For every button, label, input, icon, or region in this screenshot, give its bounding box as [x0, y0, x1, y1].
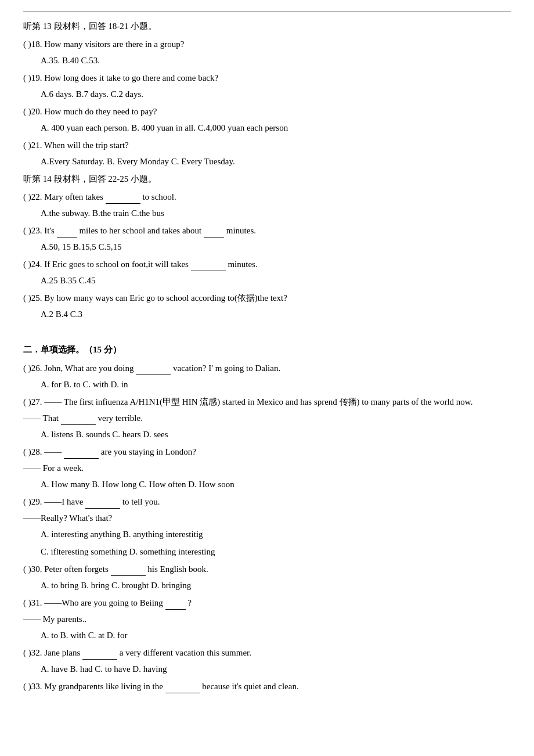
q23-text2: miles to her school and takes about — [79, 226, 201, 235]
q24-text2: minutes. — [228, 260, 257, 269]
q27-number: ( )27. — [23, 397, 42, 406]
q18-options: A.35. B.40 C.53. — [41, 53, 511, 67]
q19-number: ( )19. — [23, 73, 42, 82]
q29-blank — [85, 501, 120, 509]
q23-options: A.50, 15 B.15,5 C.5,15 — [41, 240, 511, 254]
q20-text: How much do they need to pay? — [44, 107, 157, 116]
q27-text2: very terrible. — [98, 413, 142, 423]
question-21: ( )21. When will the trip start? — [23, 138, 511, 152]
question-33: ( )33. My grandparents like living in th… — [23, 679, 511, 693]
q22-text1: Mary often takes — [44, 192, 103, 201]
q27-dash: —— That — [23, 413, 59, 423]
q30-text1: Peter often forgets — [44, 564, 109, 574]
q20-options: A. 400 yuan each person. B. 400 yuan in … — [41, 121, 511, 135]
q26-text1: John, What are you doing — [44, 363, 134, 373]
question-24: ( )24. If Eric goes to school on foot,it… — [23, 257, 511, 271]
q22-number: ( )22. — [23, 192, 42, 201]
q22-options: A.the subway. B.the train C.the bus — [41, 206, 511, 220]
q31-reply: —— My parents.. — [23, 614, 86, 624]
q31-line2: —— My parents.. — [23, 612, 511, 626]
q30-number: ( )30. — [23, 564, 42, 574]
q28-answer: —— For a week. — [23, 463, 84, 473]
q31-options: A. to B. with C. at D. for — [41, 628, 511, 642]
q21-options: A.Every Saturday. B. Every Monday C. Eve… — [41, 154, 511, 168]
q23-blank1 — [57, 229, 77, 237]
q29-number: ( )29. — [23, 497, 42, 506]
q21-number: ( )21. — [23, 141, 42, 150]
q23-text1: It's — [44, 226, 55, 235]
question-32: ( )32. Jane plans a very different vacat… — [23, 646, 511, 660]
q29-options-cd: C. iflteresting something D. something i… — [41, 545, 511, 559]
question-31: ( )31. ——Who are you going to Beiing ? — [23, 596, 511, 610]
q27-blank — [61, 417, 96, 425]
q31-text1: ? — [187, 598, 192, 607]
q21-text: When will the trip start? — [44, 141, 129, 150]
q30-text2: his English book. — [147, 564, 208, 574]
q32-number: ( )32. — [23, 648, 42, 657]
q27-text1: —— The first infiuenza A/H1N1(甲型 HIN 流感)… — [44, 397, 472, 406]
q30-blank — [111, 568, 146, 576]
q32-blank — [82, 651, 117, 660]
q28-number: ( )28. — [23, 447, 42, 456]
q18-number: ( )18. — [23, 39, 42, 49]
q27-options: A. listens B. sounds C. hears D. sees — [41, 427, 511, 441]
q19-text: How long does it take to go there and co… — [44, 73, 218, 82]
q32-text2: a very different vacation this summer. — [120, 648, 251, 657]
q31-number: ( )31. — [23, 598, 42, 607]
q24-number: ( )24. — [23, 260, 42, 269]
question-25: ( )25. By how many ways can Eric go to s… — [23, 291, 511, 305]
question-30: ( )30. Peter often forgets his English b… — [23, 562, 511, 576]
listening-header-13: 听第 13 段材料，回答 18-21 小题。 — [23, 19, 511, 34]
listening-header-14: 听第 14 段材料，回答 22-25 小题。 — [23, 172, 511, 186]
q24-text1: If Eric goes to school on foot,it will t… — [44, 260, 189, 269]
q30-options: A. to bring B. bring C. brought D. bring… — [41, 578, 511, 592]
q33-text2: because it's quiet and clean. — [202, 682, 298, 691]
q32-text1: Jane plans — [44, 648, 80, 657]
q26-blank — [136, 367, 171, 375]
top-divider — [23, 12, 511, 12]
question-28: ( )28. —— are you staying in London? — [23, 445, 511, 459]
q20-number: ( )20. — [23, 107, 42, 116]
q24-options: A.25 B.35 C.45 — [41, 273, 511, 287]
q32-options: A. have B. had C. to have D. having — [41, 662, 511, 676]
question-18: ( )18. How many visitors are there in a … — [23, 37, 511, 51]
q29-options-ab: A. interesting anything B. anything inte… — [41, 527, 511, 541]
question-26: ( )26. John, What are you doing vacation… — [23, 361, 511, 375]
question-22: ( )22. Mary often takes to school. — [23, 190, 511, 204]
q24-blank — [191, 263, 226, 271]
q19-options: A.6 days. B.7 days. C.2 days. — [41, 87, 511, 101]
q33-blank — [165, 685, 200, 693]
q23-number: ( )23. — [23, 226, 42, 235]
q25-number: ( )25. — [23, 293, 42, 303]
q29-text1: to tell you. — [122, 497, 160, 506]
q25-options: A.2 B.4 C.3 — [41, 307, 511, 321]
q29-reply: ——Really? What's that? — [23, 513, 112, 523]
question-19: ( )19. How long does it take to go there… — [23, 71, 511, 85]
question-27: ( )27. —— The first infiuenza A/H1N1(甲型 … — [23, 395, 511, 409]
question-20: ( )20. How much do they need to pay? — [23, 105, 511, 118]
q28-line2: —— For a week. — [23, 461, 511, 475]
q23-blank2 — [204, 229, 224, 237]
q33-text1: My grandparents like living in the — [44, 682, 163, 691]
q28-dash: —— — [44, 447, 62, 456]
q22-text2: to school. — [142, 192, 176, 201]
section2-title: 二．单项选择。（15 分） — [23, 343, 511, 357]
q26-number: ( )26. — [23, 363, 42, 373]
question-29: ( )29. ——I have to tell you. — [23, 495, 511, 509]
q29-dash: ——I have — [44, 497, 83, 506]
q25-text: By how many ways can Eric go to school a… — [44, 293, 287, 303]
question-23: ( )23. It's miles to her school and take… — [23, 224, 511, 237]
q28-blank — [64, 451, 99, 459]
q27-line2: —— That very terrible. — [23, 411, 511, 425]
q31-dash: ——Who are you going to Beiing — [44, 598, 163, 607]
q26-options: A. for B. to C. with D. in — [41, 377, 511, 391]
q29-line2: ——Really? What's that? — [23, 511, 511, 525]
q28-options: A. How many B. How long C. How often D. … — [41, 477, 511, 491]
q18-text: How many visitors are there in a group? — [44, 39, 184, 49]
q33-number: ( )33. — [23, 682, 42, 691]
q31-blank — [165, 602, 186, 610]
q22-blank — [106, 196, 140, 204]
q26-text2: vacation? I' m going to Dalian. — [173, 363, 280, 373]
q23-text3: minutes. — [226, 226, 256, 235]
q28-text1: are you staying in London? — [101, 447, 196, 456]
